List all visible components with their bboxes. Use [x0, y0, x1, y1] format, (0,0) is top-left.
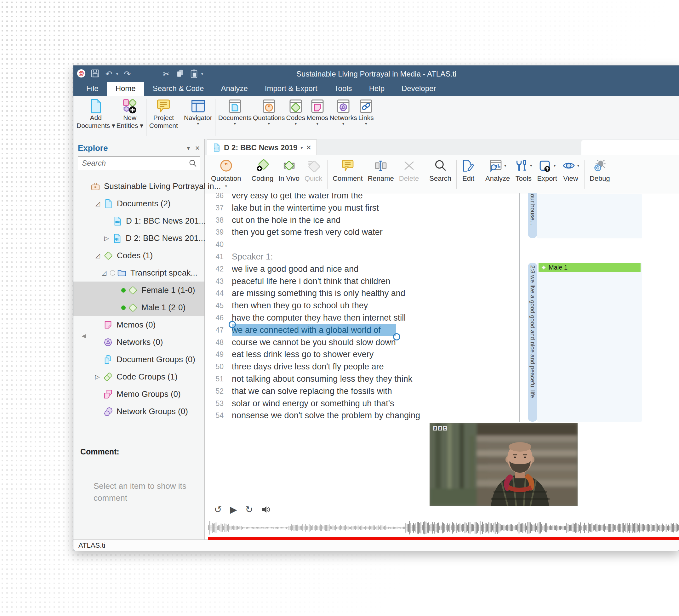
- transcript-line-36[interactable]: 36very easy to get the water from the: [205, 193, 519, 202]
- expanded-expander-icon[interactable]: ◿: [95, 200, 104, 207]
- transcript-line-39[interactable]: 39then you get some fresh very cold wate…: [205, 226, 519, 238]
- search-input[interactable]: [81, 158, 188, 168]
- menu-tab-file[interactable]: File: [78, 82, 107, 96]
- menu-tab-search-code[interactable]: Search & Code: [144, 82, 213, 96]
- dropdown-caret-icon[interactable]: ▾: [342, 122, 344, 126]
- copy-icon[interactable]: [175, 69, 185, 79]
- ribbon-button-documents[interactable]: Documents▾: [218, 96, 252, 139]
- menu-tab-help[interactable]: Help: [361, 82, 393, 96]
- tree-item-network-groups-0[interactable]: Network Groups (0): [73, 403, 204, 420]
- explore-close-icon[interactable]: ✕: [195, 144, 200, 152]
- tree-item-memo-groups-0[interactable]: Memo Groups (0): [73, 386, 204, 403]
- dropdown-caret-icon[interactable]: ▾: [530, 163, 532, 168]
- tree-item-d-1-bbc-news-201[interactable]: D 1: BBC News 201...: [73, 212, 204, 230]
- tree-item-documents-2[interactable]: ◿Documents (2): [73, 195, 204, 212]
- expanded-expander-icon[interactable]: ◿: [102, 269, 110, 277]
- dropdown-caret-icon[interactable]: ▾: [197, 122, 199, 126]
- explore-search-box[interactable]: [78, 156, 200, 170]
- transcript-line-40[interactable]: 40: [205, 238, 519, 251]
- cut-icon[interactable]: ✂: [162, 69, 171, 79]
- quotation-body-1[interactable]: [537, 194, 642, 238]
- video-frame[interactable]: B B C: [429, 423, 578, 506]
- transcript-line-43[interactable]: 43peaceful life here i don't think that …: [205, 275, 519, 288]
- atlas-logo-icon[interactable]: @: [76, 69, 86, 79]
- tree-item-female-1-1-0[interactable]: Female 1 (1-0): [73, 282, 204, 299]
- playback-progress-bar[interactable]: [208, 537, 679, 540]
- tree-item-networks-0[interactable]: Networks (0): [73, 333, 204, 351]
- menu-tab-import-export[interactable]: Import & Export: [256, 82, 326, 96]
- expanded-expander-icon[interactable]: ◿: [95, 252, 104, 259]
- ribbon-button-networks[interactable]: Networks▾: [329, 96, 357, 139]
- dropdown-caret-icon[interactable]: ▾: [554, 163, 555, 168]
- collapsed-expander-icon[interactable]: ▷: [95, 373, 103, 381]
- toolbar-button-debug[interactable]: Debug: [589, 155, 610, 183]
- ribbon-button-codes[interactable]: Codes▾: [286, 96, 305, 139]
- toolbar-button-tools[interactable]: ▾Tools: [515, 155, 532, 183]
- explore-dropdown-icon[interactable]: ▾: [187, 144, 190, 152]
- dropdown-caret-icon[interactable]: ▾: [225, 184, 227, 188]
- ribbon-button-quotations[interactable]: ”Quotations▾: [253, 96, 285, 139]
- paste-dropdown-icon[interactable]: ▾: [201, 72, 203, 76]
- tree-item-d-2-bbc-news-201[interactable]: ▷D 2: BBC News 201...: [73, 230, 204, 247]
- paste-icon[interactable]: [189, 69, 199, 79]
- tree-item-document-groups-0[interactable]: Document Groups (0): [73, 351, 204, 368]
- toolbar-button-comment[interactable]: Comment: [332, 155, 362, 183]
- ribbon-button-links[interactable]: Links▾: [358, 96, 374, 139]
- menu-tab-tools[interactable]: Tools: [326, 82, 361, 96]
- ribbon-button-navigator[interactable]: Navigator▾: [184, 96, 212, 139]
- toolbar-button-export[interactable]: ▾Export: [537, 155, 557, 183]
- transcript-line-37[interactable]: 37lake but in the wintertime you must fi…: [205, 202, 519, 214]
- selection-start-grip[interactable]: [229, 321, 236, 328]
- dropdown-caret-icon[interactable]: ▾: [365, 122, 367, 126]
- tab-close-icon[interactable]: ✕: [306, 144, 312, 152]
- collapsed-expander-icon[interactable]: ▷: [104, 235, 112, 242]
- transcript-text-area[interactable]: 36very easy to get the water from the37l…: [205, 193, 520, 422]
- audio-waveform[interactable]: [208, 519, 679, 537]
- toolbar-button-in-vivo[interactable]: In Vivo: [279, 155, 299, 183]
- menu-tab-developer[interactable]: Developer: [393, 82, 444, 96]
- play-button[interactable]: ▶: [230, 505, 237, 514]
- dropdown-caret-icon[interactable]: ▾: [295, 122, 297, 126]
- ribbon-button-memos[interactable]: Memos▾: [306, 96, 328, 139]
- ribbon-button-add-documents[interactable]: AddDocuments ▾: [76, 96, 115, 139]
- toolbar-button-view[interactable]: ▾View: [562, 155, 579, 183]
- undo-icon[interactable]: ↶: [104, 69, 114, 79]
- transcript-line-46[interactable]: 46have the computer they have then inter…: [205, 312, 519, 324]
- dropdown-caret-icon[interactable]: ▾: [268, 122, 270, 126]
- transcript-line-51[interactable]: 51not talking about consuming less they …: [205, 373, 519, 385]
- toolbar-button-edit[interactable]: Edit: [462, 155, 475, 183]
- toolbar-button-coding[interactable]: Coding: [251, 155, 273, 183]
- tree-item-transcript-speak[interactable]: ◿Transcript speak...: [73, 264, 204, 282]
- panel-collapse-handle[interactable]: ◄: [80, 332, 87, 340]
- transcript-line-42[interactable]: 42we live a good good and nice and: [205, 263, 519, 275]
- save-icon[interactable]: [90, 69, 100, 79]
- menu-tab-home[interactable]: Home: [107, 81, 144, 96]
- selected-text[interactable]: we are connected with a global world of: [232, 324, 396, 336]
- loop-button[interactable]: ↻: [245, 505, 253, 514]
- undo-dropdown-icon[interactable]: ▾: [116, 72, 118, 76]
- transcript-line-53[interactable]: 53solar or wind energy or something uh t…: [205, 397, 519, 410]
- ribbon-button-new-entities[interactable]: NewEntities ▾: [117, 96, 143, 139]
- transcript-line-52[interactable]: 52that we can solve replacing the fossil…: [205, 385, 519, 397]
- ribbon-button-project-comment[interactable]: ProjectComment: [149, 96, 178, 139]
- transcript-line-44[interactable]: 44are missing something this is only hea…: [205, 287, 519, 299]
- redo-icon[interactable]: ↷: [123, 69, 132, 79]
- replay-button[interactable]: ↺: [214, 505, 222, 514]
- dropdown-caret-icon[interactable]: ▾: [504, 163, 506, 168]
- dropdown-caret-icon[interactable]: ▾: [317, 122, 318, 126]
- transcript-line-48[interactable]: 48course we cannot be you should slow do…: [205, 336, 519, 349]
- tab-dropdown-icon[interactable]: ▾: [300, 145, 303, 150]
- toolbar-button-rename[interactable]: Rename: [368, 155, 394, 183]
- document-tab[interactable]: D 2: BBC News 2019 ▾ ✕: [207, 139, 317, 155]
- quotation-body-2[interactable]: [537, 263, 642, 422]
- tree-item-codes-1[interactable]: ◿Codes (1): [73, 247, 204, 264]
- transcript-line-50[interactable]: 50three days drive less don't fly people…: [205, 361, 519, 373]
- tree-item-memos-0[interactable]: Memos (0): [73, 316, 204, 333]
- transcript-line-41[interactable]: 41Speaker 1:: [205, 251, 519, 263]
- dropdown-caret-icon[interactable]: ▾: [577, 163, 579, 168]
- transcript-line-45[interactable]: 45then when they go to school uh they: [205, 299, 519, 312]
- menu-tab-analyze[interactable]: Analyze: [212, 82, 256, 96]
- code-label-male1[interactable]: Male 1: [539, 263, 641, 272]
- volume-button[interactable]: [261, 505, 270, 514]
- tree-item-male-1-2-0[interactable]: Male 1 (2-0): [73, 299, 204, 316]
